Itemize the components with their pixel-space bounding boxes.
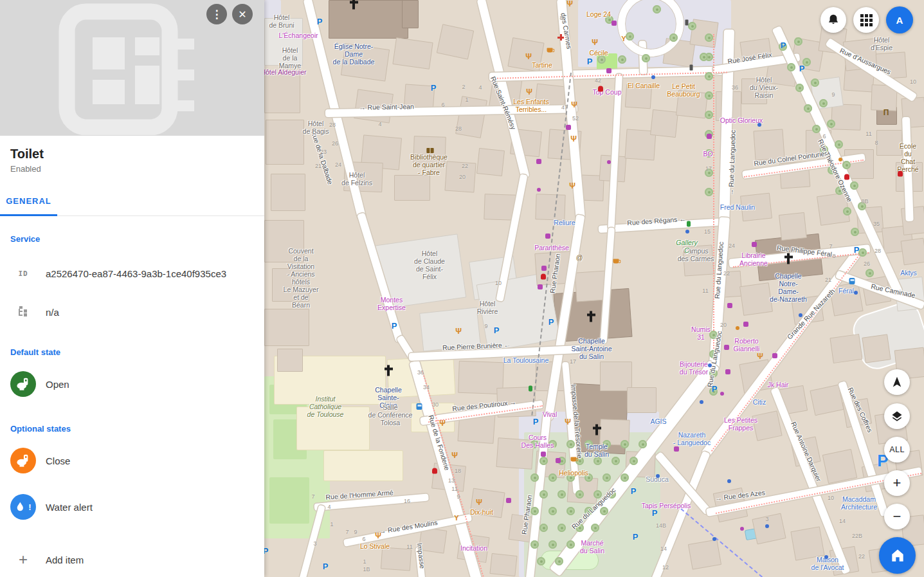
id-icon: ID xyxy=(10,270,36,278)
sports-icon xyxy=(529,386,532,392)
restaurant-icon: Ψ xyxy=(757,353,763,360)
building xyxy=(831,104,861,131)
map-canvas[interactable]: Rue de la DalbadeRue Saint-Rémésy→ Rue S… xyxy=(264,0,924,577)
tree-icon xyxy=(851,228,859,236)
state-row-close[interactable]: Close xyxy=(0,448,264,473)
poi-label: Macaddam Architecture xyxy=(841,495,877,511)
map-area-e xyxy=(323,450,403,481)
shop-icon xyxy=(725,369,730,374)
house-number: 4 xyxy=(327,504,331,510)
poi-dot-magenta xyxy=(607,160,611,164)
poi-label: Hôtel Rivière xyxy=(477,300,498,315)
shop-icon xyxy=(743,322,748,327)
house-number: 17 xyxy=(705,165,712,172)
shop-icon xyxy=(536,159,541,164)
tree-icon xyxy=(865,269,874,277)
tree-icon xyxy=(611,457,620,465)
parking-icon: P xyxy=(323,562,329,571)
tree-icon xyxy=(548,473,557,482)
all-filter-button[interactable]: ALL xyxy=(884,437,910,463)
water-alert-icon: ! xyxy=(10,494,36,520)
poi-dot-blue xyxy=(727,479,731,483)
poi-label: Vival xyxy=(543,410,557,418)
map-area-park2 xyxy=(269,477,309,524)
cafe-icon xyxy=(613,259,619,264)
poi-label: École du Chat Perché xyxy=(897,142,918,173)
tree-icon xyxy=(630,457,638,465)
device-status: Enabled xyxy=(10,164,254,174)
building xyxy=(779,212,807,241)
tree-icon xyxy=(843,207,851,215)
poi-dot-orange xyxy=(838,158,842,161)
house-number: 22B xyxy=(852,533,862,539)
poi-label: Bijouterie du Trésor xyxy=(680,360,708,376)
device-title: Toilet xyxy=(10,147,254,161)
church-cross-icon xyxy=(352,0,355,10)
parking-icon: P xyxy=(533,417,539,426)
tree-icon xyxy=(850,181,858,190)
house-number: 52 xyxy=(572,115,579,122)
worship-building xyxy=(402,0,419,28)
poi-label: Citiz xyxy=(753,398,766,406)
house-number: 7 xyxy=(829,243,832,250)
device-widget-icon xyxy=(57,3,208,135)
traffic-signal-icon xyxy=(690,65,693,71)
account-avatar[interactable]: A xyxy=(886,6,913,33)
tree-icon xyxy=(530,507,539,515)
shop-icon xyxy=(538,284,543,289)
building xyxy=(437,24,474,59)
kebab-menu-button[interactable]: ⋮ xyxy=(206,4,227,24)
zoom-out-button[interactable]: − xyxy=(884,504,910,529)
home-button[interactable] xyxy=(879,537,916,574)
poi-dot-blue xyxy=(799,313,802,317)
poi-label: Gallery C xyxy=(676,239,697,254)
tree-icon xyxy=(575,490,584,499)
bell-icon xyxy=(827,14,840,26)
poi-label: Hôtel Aldeguier xyxy=(264,68,307,76)
poi-label: Cours Des Halles xyxy=(521,434,554,449)
house-number: 1B xyxy=(363,566,370,572)
tree-icon xyxy=(812,125,820,133)
parking-icon: P xyxy=(652,509,658,517)
tree-icon xyxy=(566,440,575,448)
tree-icon xyxy=(705,33,713,42)
building xyxy=(489,553,517,576)
poi-label: AGIS xyxy=(650,417,666,425)
poi-label: Église Notre- Dame de la Dalbade xyxy=(333,42,375,66)
tree-icon xyxy=(557,490,566,499)
poi-label: Les Petites Frappes xyxy=(724,416,757,432)
state-row-water-alert[interactable]: ! Water alert xyxy=(0,494,264,520)
house-number: 14B xyxy=(656,522,666,529)
house-number: 7 xyxy=(345,529,349,535)
building xyxy=(381,547,412,571)
apps-grid-button[interactable] xyxy=(853,7,879,33)
tree-icon xyxy=(705,111,713,119)
poi-label: L'Échangeoir xyxy=(279,32,318,39)
poi-label: Bibliothèque de quartier - Fabre xyxy=(410,153,448,176)
tree-icon xyxy=(591,524,599,532)
poi-label: Loge 24 xyxy=(586,10,611,18)
tree-icon xyxy=(639,440,647,448)
add-item-row[interactable]: + Add item xyxy=(0,551,264,569)
poi-label: Chapelle Notre- Dame- de-Nazareth xyxy=(770,272,807,303)
house-number: 10 xyxy=(828,495,834,501)
cafe-icon xyxy=(547,48,553,53)
house-number: 10 xyxy=(495,280,502,286)
parking-icon: P xyxy=(712,385,718,393)
house-number: 1 xyxy=(330,521,333,527)
dentist-icon xyxy=(844,174,849,180)
shop-icon xyxy=(506,498,511,503)
poi-dot-blue xyxy=(685,230,689,234)
notifications-button[interactable] xyxy=(820,7,846,33)
tree-icon xyxy=(548,507,557,515)
plus-icon: + xyxy=(893,475,901,491)
tab-general[interactable]: GENERAL xyxy=(0,187,57,215)
zoom-in-button[interactable]: + xyxy=(884,470,910,496)
state-row-open[interactable]: Open xyxy=(0,371,264,397)
close-panel-button[interactable]: ✕ xyxy=(232,4,253,24)
layers-button[interactable] xyxy=(884,403,910,429)
sports-icon xyxy=(687,221,691,227)
house-number: 9 xyxy=(457,493,460,500)
restaurant-icon: Ψ xyxy=(526,88,532,96)
compass-button[interactable] xyxy=(884,369,910,395)
